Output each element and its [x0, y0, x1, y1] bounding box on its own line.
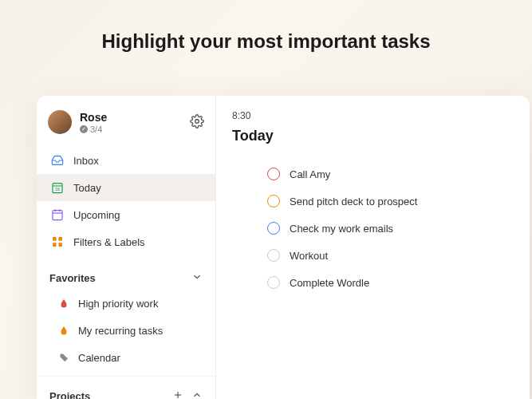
- check-icon: ✓: [80, 125, 88, 133]
- main-content: 8:30 Today Call Amy Send pitch deck to p…: [216, 96, 530, 399]
- profile-meta: Rose ✓ 3/4: [80, 111, 190, 134]
- nav-label: Filters & Labels: [73, 236, 145, 248]
- chevron-up-icon: [191, 389, 203, 399]
- task-list: Call Amy Send pitch deck to prospect Che…: [232, 160, 520, 296]
- task-checkbox[interactable]: [267, 276, 280, 289]
- task-item[interactable]: Workout: [267, 242, 520, 269]
- task-item[interactable]: Check my work emails: [267, 215, 520, 242]
- sidebar-item-today[interactable]: 16 Today: [37, 174, 215, 201]
- task-item[interactable]: Call Amy: [267, 160, 520, 188]
- task-label: Workout: [290, 250, 328, 262]
- time-label: 8:30: [232, 110, 520, 121]
- inbox-icon: [51, 154, 64, 167]
- favorite-label: High priority work: [78, 298, 158, 310]
- favorite-item-recurring[interactable]: My recurring tasks: [37, 317, 215, 344]
- drop-icon: [59, 297, 69, 310]
- grid-icon: [51, 235, 64, 248]
- settings-button[interactable]: [190, 114, 204, 131]
- sidebar: Rose ✓ 3/4 Inbox 16 Today: [37, 96, 216, 399]
- task-checkbox[interactable]: [267, 222, 280, 235]
- app-window: Rose ✓ 3/4 Inbox 16 Today: [37, 96, 530, 399]
- collapse-projects-button[interactable]: [191, 389, 203, 399]
- gear-icon: [190, 114, 204, 128]
- nav-list: Inbox 16 Today Upcoming Filters & Labels: [37, 142, 215, 260]
- calendar-today-icon: 16: [51, 181, 64, 194]
- favorites-header[interactable]: Favorites: [37, 260, 215, 290]
- profile-name: Rose: [80, 111, 190, 124]
- favorites-label: Favorites: [49, 272, 96, 284]
- nav-label: Inbox: [73, 155, 99, 167]
- svg-point-0: [195, 119, 199, 123]
- task-label: Call Amy: [290, 168, 330, 180]
- projects-actions: [172, 389, 203, 399]
- chevron-down-icon: [191, 271, 203, 285]
- calendar-upcoming-icon: [51, 208, 64, 221]
- favorite-item-high-priority[interactable]: High priority work: [37, 290, 215, 317]
- sidebar-item-filters[interactable]: Filters & Labels: [37, 228, 215, 255]
- svg-rect-10: [53, 243, 57, 247]
- profile-stats: ✓ 3/4: [80, 124, 190, 134]
- task-checkbox[interactable]: [267, 249, 280, 262]
- nav-label: Upcoming: [73, 209, 120, 221]
- hero-title: Highlight your most important tasks: [0, 0, 532, 53]
- task-checkbox[interactable]: [267, 195, 280, 207]
- projects-header[interactable]: Projects: [37, 376, 215, 399]
- svg-rect-4: [53, 211, 62, 220]
- svg-rect-11: [58, 243, 62, 247]
- task-checkbox[interactable]: [267, 168, 280, 180]
- task-label: Send pitch deck to prospect: [290, 196, 417, 207]
- add-project-button[interactable]: [172, 389, 183, 399]
- svg-rect-9: [58, 237, 62, 241]
- favorite-label: My recurring tasks: [78, 325, 163, 337]
- sidebar-item-inbox[interactable]: Inbox: [37, 147, 215, 174]
- profile-row: Rose ✓ 3/4: [37, 96, 215, 142]
- nav-label: Today: [73, 182, 101, 194]
- sidebar-item-upcoming[interactable]: Upcoming: [37, 201, 215, 228]
- plus-icon: [172, 389, 183, 399]
- task-label: Complete Wordle: [290, 277, 369, 289]
- avatar[interactable]: [48, 110, 72, 134]
- favorite-label: Calendar: [78, 352, 120, 364]
- page-title: Today: [232, 128, 520, 144]
- svg-rect-8: [53, 237, 57, 241]
- favorite-item-calendar[interactable]: Calendar: [37, 344, 215, 371]
- task-item[interactable]: Complete Wordle: [267, 269, 520, 296]
- task-label: Check my work emails: [290, 223, 393, 235]
- drop-icon: [59, 324, 69, 337]
- task-item[interactable]: Send pitch deck to prospect: [267, 188, 520, 215]
- svg-text:16: 16: [55, 187, 60, 192]
- profile-stats-text: 3/4: [90, 124, 102, 134]
- projects-label: Projects: [49, 390, 90, 399]
- tag-icon: [59, 351, 69, 364]
